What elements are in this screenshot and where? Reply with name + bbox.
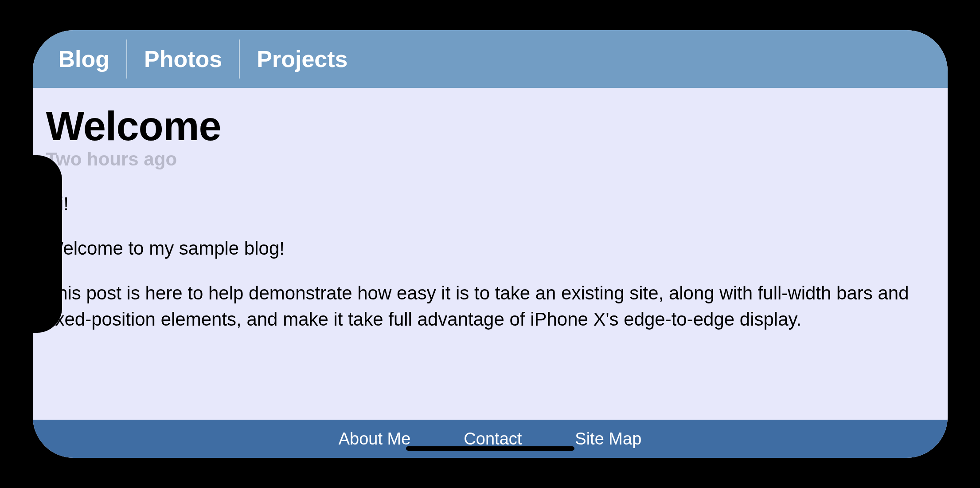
device-notch [33,155,62,333]
nav-tab-photos[interactable]: Photos [127,39,240,79]
post-paragraph: Hi! [46,191,934,217]
post-title: Welcome [46,105,934,148]
nav-tab-blog[interactable]: Blog [42,39,128,79]
side-button-top [157,14,228,20]
footer-link-contact[interactable]: Contact [464,429,522,449]
side-button-bottom-1 [104,468,144,474]
home-indicator[interactable] [406,446,574,451]
post-timestamp: Two hours ago [46,149,934,170]
nav-tab-projects[interactable]: Projects [240,39,364,79]
footer-link-sitemap[interactable]: Site Map [575,429,641,449]
footer-link-about[interactable]: About Me [339,429,411,449]
bottom-bar: About Me Contact Site Map [33,420,948,458]
screen: Blog Photos Projects Welcome Two hours a… [33,30,948,458]
side-button-bottom-2 [161,468,232,474]
content-area: Welcome Two hours ago Hi! Welcome to my … [33,88,948,420]
top-nav: Blog Photos Projects [33,30,948,88]
device-frame: Blog Photos Projects Welcome Two hours a… [20,18,960,470]
post-paragraph: This post is here to help demonstrate ho… [46,280,934,333]
post-paragraph: Welcome to my sample blog! [46,236,934,262]
post-body: Hi! Welcome to my sample blog! This post… [46,191,934,333]
